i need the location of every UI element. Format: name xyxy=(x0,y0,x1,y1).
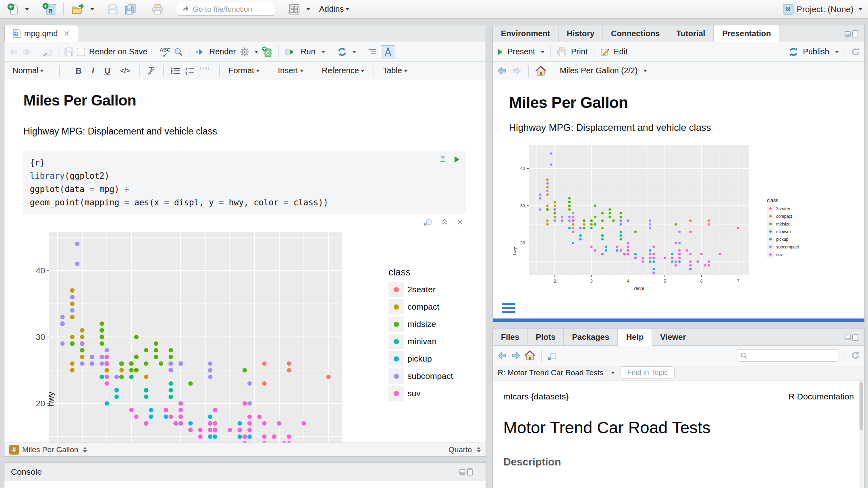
popout-icon[interactable] xyxy=(43,48,52,56)
paragraph-style-menu[interactable]: Normal xyxy=(10,66,46,75)
render-button[interactable]: Render xyxy=(210,47,236,56)
project-menu[interactable]: R Project: (None) xyxy=(783,4,862,14)
edit-button[interactable]: Edit xyxy=(614,47,627,56)
minimize-maximize-icons[interactable] xyxy=(844,333,860,341)
find-in-topic-input[interactable]: Find in Topic xyxy=(621,366,675,379)
tab-tutorial[interactable]: Tutorial xyxy=(668,25,714,42)
slide-back-icon[interactable] xyxy=(497,66,507,76)
format-menu[interactable]: Format xyxy=(226,66,262,75)
r-code-chunk[interactable]: {r}library(ggplot2)ggplot(data = mpg) + … xyxy=(23,151,466,214)
save-icon[interactable] xyxy=(64,47,74,57)
insert-chunk-icon[interactable]: C xyxy=(262,46,273,58)
present-button[interactable]: Present xyxy=(507,47,535,56)
help-back-icon[interactable] xyxy=(497,351,507,360)
code-format-button[interactable]: </> xyxy=(117,67,133,75)
run-chunk-icon[interactable] xyxy=(454,155,460,163)
render-options-caret[interactable] xyxy=(254,51,258,53)
tab-viewer[interactable]: Viewer xyxy=(652,329,694,345)
console-body[interactable] xyxy=(4,481,486,488)
collapse-output-icon[interactable] xyxy=(440,217,449,225)
outline-selector-icon[interactable] xyxy=(83,447,87,453)
clear-output-icon[interactable]: ✕ xyxy=(457,217,463,227)
run-caret[interactable] xyxy=(321,51,325,53)
insert-menu[interactable]: Insert xyxy=(276,66,306,75)
save-button[interactable] xyxy=(106,3,120,16)
tab-mpg-qmd[interactable]: mpg.qmd ✕ xyxy=(4,25,78,42)
tab-packages[interactable]: Packages xyxy=(564,329,617,345)
clear-formatting-icon[interactable] xyxy=(146,66,157,76)
publish-caret[interactable] xyxy=(835,51,839,53)
find-replace-icon[interactable] xyxy=(174,47,183,57)
visual-editor-document[interactable]: Miles Per Gallon Highway MPG: Displaceme… xyxy=(4,80,486,443)
tab-plots[interactable]: Plots xyxy=(528,329,564,345)
print-button[interactable]: Print xyxy=(571,47,588,56)
addins-menu[interactable]: Addins xyxy=(319,4,349,14)
help-topic-label[interactable]: R: Motor Trend Car Road Tests xyxy=(498,368,604,377)
back-icon[interactable] xyxy=(8,48,18,56)
underline-button[interactable]: U xyxy=(102,66,113,76)
table-menu[interactable]: Table xyxy=(380,66,410,75)
forward-icon[interactable] xyxy=(21,48,31,56)
spellcheck-button[interactable]: ABC ✓ xyxy=(160,47,170,57)
tab-help[interactable]: Help xyxy=(618,329,652,346)
chunk-output-controls: ✕ xyxy=(23,214,466,230)
popout-output-icon[interactable] xyxy=(424,217,432,225)
help-home-icon[interactable] xyxy=(524,350,536,361)
tab-connections[interactable]: Connections xyxy=(603,25,668,42)
help-forward-icon[interactable] xyxy=(511,351,521,360)
slide-navigation-label[interactable]: Miles Per Gallon (2/2) xyxy=(560,66,638,75)
separator xyxy=(144,3,144,15)
italic-button[interactable]: I xyxy=(89,66,98,76)
numbered-list-icon[interactable]: 1 2 xyxy=(185,66,195,75)
run-button[interactable]: Run xyxy=(301,47,316,56)
tab-presentation[interactable]: Presentation xyxy=(714,25,779,42)
mode-selector-icon[interactable] xyxy=(477,447,481,453)
tab-environment[interactable]: Environment xyxy=(493,25,559,42)
publish-button[interactable]: Publish xyxy=(803,47,829,56)
gear-icon[interactable] xyxy=(240,47,249,57)
panes-layout-caret[interactable] xyxy=(306,8,310,10)
new-project-button[interactable]: R xyxy=(41,2,58,17)
help-content[interactable]: mtcars {datasets} R Documentation Motor … xyxy=(493,380,864,488)
goto-file-search[interactable]: Go to file/function xyxy=(177,3,275,16)
tab-history[interactable]: History xyxy=(559,25,603,42)
help-topic-caret[interactable] xyxy=(611,372,615,374)
outline-location[interactable]: Miles Per Gallon xyxy=(22,445,78,454)
home-icon[interactable] xyxy=(535,66,546,76)
outline-icon[interactable] xyxy=(368,48,378,56)
minimize-maximize-icons[interactable] xyxy=(459,468,474,476)
help-refresh-icon[interactable] xyxy=(851,351,860,360)
save-all-button[interactable] xyxy=(123,2,138,16)
run-icon[interactable] xyxy=(284,48,297,56)
minimize-maximize-icons[interactable] xyxy=(844,30,860,38)
help-popout-icon[interactable] xyxy=(547,351,557,360)
tab-files[interactable]: Files xyxy=(493,329,528,345)
blockquote-icon[interactable]: ”” xyxy=(199,67,210,75)
bullet-list-icon[interactable] xyxy=(170,66,181,75)
new-file-caret[interactable] xyxy=(25,8,29,10)
present-caret[interactable] xyxy=(541,51,545,53)
bold-button[interactable]: B xyxy=(73,66,84,76)
help-scrollbar[interactable] xyxy=(859,380,864,488)
print-button[interactable] xyxy=(150,2,165,16)
render-icon[interactable] xyxy=(195,48,206,56)
open-file-caret[interactable] xyxy=(90,8,94,10)
slide-forward-icon[interactable] xyxy=(511,66,522,76)
editor-mode[interactable]: Quarto xyxy=(449,445,472,454)
rerun-caret[interactable] xyxy=(352,51,356,53)
open-file-button[interactable] xyxy=(69,2,85,16)
new-file-button[interactable] xyxy=(6,2,20,17)
slide-navigation-caret[interactable] xyxy=(643,70,647,72)
console-header[interactable]: Console xyxy=(4,463,486,481)
rerun-icon[interactable] xyxy=(337,47,347,57)
separator xyxy=(189,46,189,58)
run-chunks-above-icon[interactable] xyxy=(438,155,447,163)
refresh-icon[interactable] xyxy=(851,47,860,57)
panes-layout-button[interactable] xyxy=(287,2,301,16)
slide-menu-button[interactable] xyxy=(502,303,515,313)
render-on-save-checkbox[interactable] xyxy=(77,48,85,56)
reference-menu[interactable]: Reference xyxy=(320,66,367,75)
visual-editor-toggle[interactable] xyxy=(381,45,395,58)
close-tab-icon[interactable]: ✕ xyxy=(63,29,70,38)
help-search-input[interactable] xyxy=(737,349,839,362)
